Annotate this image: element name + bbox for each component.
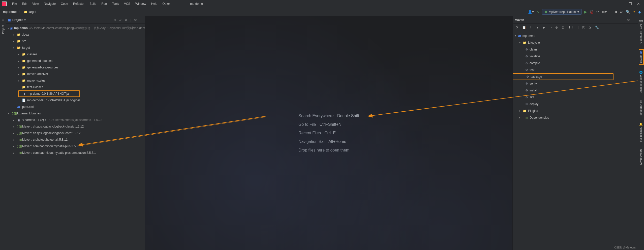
maven-plugins[interactable]: ▸📁 Plugins (513, 107, 638, 114)
maven-execute-icon[interactable]: ▭ (549, 26, 552, 29)
expand-all-icon[interactable]: ⇵ (119, 18, 122, 22)
minimize-icon[interactable]: — (620, 2, 624, 6)
maven-clean[interactable]: ⚙clean (513, 46, 638, 53)
tree-jdk[interactable]: ▸▣ < corretto-11 (2) > C:\Users\Meteors\… (6, 117, 145, 123)
menu-tools[interactable]: Tools (109, 1, 121, 7)
project-rail-tab[interactable]: Project (1, 23, 5, 36)
maven-site[interactable]: ⚙site (513, 94, 638, 101)
maven-verify[interactable]: ⚙verify (513, 80, 638, 87)
tree-target[interactable]: ▾📂 target (6, 44, 145, 51)
maven-show-deps-icon[interactable]: ⋮⋮ (568, 26, 574, 29)
menu-run[interactable]: Run (99, 1, 109, 7)
divider-icon: | (130, 18, 131, 22)
menu-navigate[interactable]: Navigate (41, 1, 58, 7)
editor-area[interactable]: Search EverywhereDouble Shift Go to File… (145, 16, 512, 250)
run-config-label: MpDemoApplication (549, 10, 576, 14)
maven-validate[interactable]: ⚙validate (513, 53, 638, 60)
maven-hide-icon[interactable]: — (633, 18, 636, 22)
tree-maven-archiver[interactable]: ▸📁 maven-archiver (6, 71, 145, 77)
rail-notifications[interactable]: 🔔Notifications (639, 121, 643, 143)
tree-lib4[interactable]: ▸▯▯▯ Maven: com.baomidou:mybatis-plus:3.… (6, 143, 145, 149)
menu-build[interactable]: Build (87, 1, 99, 7)
maven-install[interactable]: ⚙install (513, 87, 638, 94)
maven-toggle-offline-icon[interactable]: ⊘ (555, 26, 558, 29)
menu-help[interactable]: Help (148, 1, 160, 7)
tree-gen-sources[interactable]: ▸📁 generated-sources (6, 58, 145, 64)
menu-other[interactable]: Other (160, 1, 172, 7)
tree-classes[interactable]: ▸📁 classes (6, 51, 145, 58)
maven-compile[interactable]: ⚙compile (513, 60, 638, 66)
tree-pom[interactable]: ▸m pom.xml (6, 104, 145, 110)
project-panel-title[interactable]: Project (12, 18, 23, 22)
run-button[interactable]: ▶ (584, 10, 587, 14)
tree-idea[interactable]: ▸📁 .idea (6, 31, 145, 38)
coverage-button[interactable]: ⟳ (596, 10, 599, 14)
menubar-project-name: mp-demo (188, 1, 205, 7)
hammer-icon[interactable]: ↘ (536, 10, 539, 14)
select-opened-icon[interactable]: ⊕ (114, 18, 116, 22)
hide-panel-icon[interactable]: — (140, 18, 143, 22)
maven-dependencies[interactable]: ▸▯▯▯ Dependencies (513, 114, 638, 121)
tree-gen-test-sources[interactable]: ▸📁 generated-test-sources (6, 64, 145, 71)
translate-icon[interactable]: 🗚 (620, 10, 623, 14)
tree-maven-status[interactable]: ▸📁 maven-status (6, 77, 145, 84)
project-rail-icon[interactable]: ▭ (2, 18, 4, 22)
stop-button[interactable]: ■ (615, 10, 617, 14)
collapse-all-icon[interactable]: ⇵ (125, 18, 127, 22)
maven-test[interactable]: ⚙test (513, 66, 638, 73)
tree-lib3[interactable]: ▸▯▯▯ Maven: cn.hutool:hutool-all:5.8.11 (6, 136, 145, 143)
plugin-icon[interactable]: ◆ (638, 10, 641, 14)
rail-database[interactable]: 🗄Database (639, 98, 643, 117)
menu-window[interactable]: Window (133, 1, 149, 7)
run-config-selector[interactable]: ⬢ MpDemoApplication ▾ (542, 9, 581, 15)
attach-button[interactable]: ⋯ (609, 10, 613, 14)
breadcrumb-root[interactable]: mp-demo (3, 10, 17, 14)
maven-settings-icon[interactable]: ⚙ (627, 18, 630, 22)
tree-jar-original[interactable]: ▸📄 mp-demo-0.0.1-SNAPSHOT.jar.original (6, 97, 145, 104)
menu-view[interactable]: View (30, 1, 41, 7)
ai-icon[interactable]: ✦ (633, 10, 636, 14)
tip-goto: Go to File (298, 122, 316, 127)
maven-expand-icon[interactable]: ⇲ (589, 26, 591, 29)
breadcrumb-target[interactable]: target (28, 10, 36, 14)
maven-download-icon[interactable]: ⬇ (530, 26, 532, 29)
maven-add-icon[interactable]: ＋ (536, 25, 539, 30)
profile-button[interactable]: ⊕▾ (602, 10, 607, 14)
maven-package[interactable]: ⚙package (513, 73, 614, 80)
tree-src[interactable]: ▸📁 src (6, 38, 145, 44)
maven-generate-icon[interactable]: 📋 (522, 26, 526, 29)
maven-collapse-icon[interactable]: ⇱ (582, 26, 585, 29)
maven-reload-icon[interactable]: ⟳ (516, 26, 518, 29)
search-icon[interactable]: 🔍 (626, 10, 630, 14)
rail-maven[interactable]: mMaven (639, 49, 644, 65)
maven-skip-tests-icon[interactable]: ⊘ (562, 26, 564, 29)
rail-nexchatgpt[interactable]: NexChatGPT (639, 147, 643, 167)
tree-test-classes[interactable]: ▸📁 test-classes (6, 84, 145, 90)
maven-root[interactable]: ▾m mp-demo (513, 32, 638, 39)
user-icon[interactable]: 👤▾ (528, 10, 534, 14)
gear-icon[interactable]: ⚙ (134, 18, 137, 22)
tree-lib1[interactable]: ▸▯▯▯ Maven: ch.qos.logback:logback-class… (6, 123, 145, 130)
maven-wrench-icon[interactable]: 🔧 (595, 26, 599, 29)
tree-ext-libs[interactable]: ▾▯▯▯ External Libraries (6, 110, 145, 117)
tip-recent: Recent Files (298, 131, 321, 135)
rail-key-promoter[interactable]: ⌨Key Promoter X (639, 18, 643, 45)
menu-file[interactable]: File (10, 1, 19, 7)
menu-vcs[interactable]: VCS (121, 1, 133, 7)
debug-button[interactable]: 🐞 (590, 10, 594, 14)
maximize-icon[interactable]: ❐ (629, 2, 632, 6)
tree-lib2[interactable]: ▸▯▯▯ Maven: ch.qos.logback:logback-core:… (6, 130, 145, 136)
project-view-dropdown[interactable]: ▾ (24, 18, 26, 22)
menu-refactor[interactable]: Refactor (71, 1, 87, 7)
maven-run-icon[interactable]: ▶ (543, 26, 545, 29)
rail-web-inspector[interactable]: 🌐Web Inspector (639, 69, 643, 94)
tree-jar-file[interactable]: ▸▮ mp-demo-0.0.1-SNAPSHOT.jar (18, 90, 80, 97)
project-root[interactable]: ▾▣ mp-demo C:\Users\Meteors\Desktop\Spri… (6, 25, 145, 31)
close-icon[interactable]: ✕ (637, 2, 640, 6)
welcome-tips: Search EverywhereDouble Shift Go to File… (298, 114, 359, 153)
maven-lifecycle[interactable]: ▾📁 Lifecycle (513, 39, 638, 46)
menu-code[interactable]: Code (58, 1, 71, 7)
tree-lib5[interactable]: ▸▯▯▯ Maven: com.baomidou:mybatis-plus-an… (6, 149, 145, 156)
maven-deploy[interactable]: ⚙deploy (513, 101, 638, 107)
menu-edit[interactable]: Edit (19, 1, 30, 7)
